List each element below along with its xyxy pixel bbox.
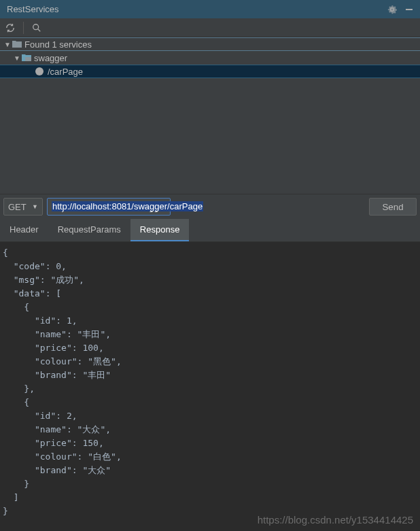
url-input-wrap: http://localhost:8081/swagger/carPage	[47, 198, 365, 216]
watermark: https://blog.csdn.net/y1534414425	[258, 514, 413, 526]
tab-request-params[interactable]: RequestParams	[48, 219, 130, 241]
services-tree: ▼ Found 1 services ▼ swagger /carPage	[0, 37, 420, 194]
toolbar	[0, 18, 420, 37]
request-bar: GET ▼ http://localhost:8081/swagger/carP…	[0, 194, 420, 219]
svg-point-1	[33, 24, 39, 29]
chevron-down-icon: ▼	[32, 203, 38, 210]
url-input[interactable]	[47, 198, 171, 216]
send-button[interactable]: Send	[369, 198, 417, 216]
tree-endpoint[interactable]: /carPage	[0, 65, 420, 78]
endpoint-icon	[35, 67, 43, 75]
svg-rect-3	[25, 57, 31, 61]
header-actions	[387, 5, 413, 14]
folder-icon	[22, 54, 31, 62]
panel-title: RestServices	[7, 4, 59, 14]
toolbar-divider	[23, 22, 24, 34]
response-tabs: Header RequestParams Response	[0, 219, 420, 242]
method-dropdown[interactable]: GET ▼	[3, 198, 43, 216]
method-value: GET	[8, 202, 27, 212]
tab-response[interactable]: Response	[130, 219, 190, 241]
panel-header: RestServices	[0, 0, 420, 18]
folder-icon	[12, 40, 22, 48]
chevron-down-icon[interactable]: ▼	[4, 41, 11, 48]
svg-rect-0	[406, 9, 413, 10]
tree-service[interactable]: ▼ swagger	[0, 51, 420, 65]
minimize-icon[interactable]	[405, 5, 413, 14]
tree-service-label: swagger	[34, 53, 67, 63]
tree-root[interactable]: ▼ Found 1 services	[0, 37, 420, 51]
refresh-icon[interactable]	[5, 23, 15, 33]
tab-header[interactable]: Header	[0, 219, 48, 241]
chevron-down-icon[interactable]: ▼	[14, 54, 20, 62]
search-icon[interactable]	[32, 23, 41, 33]
tree-root-label: Found 1 services	[24, 39, 92, 50]
response-body: { "code": 0, "msg": "成功", "data": [ { "i…	[0, 242, 420, 528]
tree-endpoint-label: /carPage	[48, 67, 83, 77]
gear-icon[interactable]	[387, 5, 397, 14]
svg-line-2	[38, 29, 41, 31]
